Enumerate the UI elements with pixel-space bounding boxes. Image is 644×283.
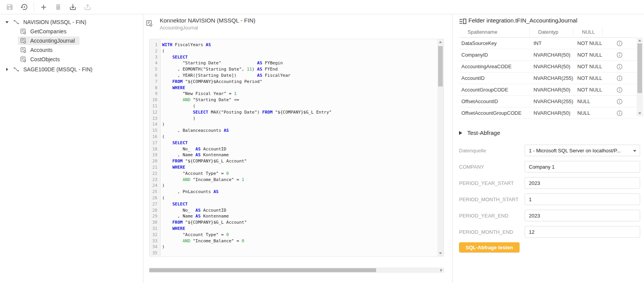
code-line[interactable]: 2 ( <box>150 48 437 54</box>
field-datatype: NVARCHAR(50) <box>530 64 573 69</box>
tree-item-navision-mssql-fin-[interactable]: NAVISION (MSSQL - FIN) <box>0 17 143 27</box>
scroll-up-icon[interactable] <box>638 40 641 41</box>
code-line[interactable]: 21 WHERE <box>150 164 437 171</box>
tree-item-costobjects[interactable]: CostObjects <box>0 55 143 64</box>
scroll-down-icon[interactable] <box>638 112 641 114</box>
form-field-input[interactable] <box>525 226 640 238</box>
code-line[interactable]: 12 SELECT MAX("Posting Date") FROM "${CO… <box>150 109 437 116</box>
line-content: FROM "${COMPANY}$G_L Account" <box>160 219 247 226</box>
info-icon[interactable] <box>616 110 623 116</box>
code-line[interactable]: 6 , YEAR([Starting Date]) AS FiscalYear <box>150 72 437 79</box>
code-line[interactable]: 24 ) <box>150 183 437 189</box>
table-row: CompanyID NVARCHAR(50) NOT NULL <box>459 49 636 61</box>
code-line[interactable]: 4 "Starting Date" AS FYBegin <box>150 60 437 66</box>
fields-table-scrollbar[interactable] <box>637 38 643 116</box>
history-icon[interactable] <box>17 1 32 13</box>
line-number: 26 <box>150 195 160 201</box>
code-line[interactable]: 34 ) <box>150 244 437 250</box>
line-content: SELECT <box>160 201 188 207</box>
info-icon[interactable] <box>616 64 623 70</box>
code-line[interactable]: 26 ( <box>150 195 437 201</box>
code-line[interactable]: 22 "Account Type" = 0 <box>150 171 437 177</box>
download-icon[interactable] <box>66 1 80 13</box>
form-field-input[interactable] <box>525 177 640 189</box>
code-line[interactable]: 8 WHERE <box>150 85 437 91</box>
field-datatype: NVARCHAR(50) <box>530 87 573 93</box>
add-icon[interactable] <box>36 1 51 13</box>
info-icon[interactable] <box>616 75 623 81</box>
line-number: 2 <box>150 48 160 54</box>
delete-icon[interactable] <box>51 1 66 13</box>
line-content: ( <box>160 103 195 109</box>
tree-item-getcompanies[interactable]: GetCompanies <box>0 27 143 36</box>
code-line[interactable]: 1 WITH FiscalYears AS <box>150 42 437 48</box>
save-icon[interactable] <box>2 1 17 13</box>
code-line[interactable]: 14 ) <box>150 121 437 128</box>
test-query-section-toggle[interactable]: Test-Abfrage <box>459 129 500 136</box>
scroll-up-icon[interactable] <box>439 41 442 43</box>
code-line[interactable]: 35 <box>150 250 437 256</box>
field-nullability: NOT NULL <box>573 75 603 81</box>
code-line[interactable]: 27 SELECT <box>150 201 437 207</box>
scroll-right-icon[interactable] <box>440 269 442 272</box>
info-icon[interactable] <box>616 40 623 47</box>
code-line[interactable]: 25 , PnLaccounts AS <box>150 189 437 195</box>
upload-icon[interactable] <box>80 1 95 13</box>
line-content: , PnLaccounts AS <box>160 189 219 195</box>
code-line[interactable]: 32 "Account Type" = 0 <box>150 232 437 238</box>
code-line[interactable]: 10 AND "Starting Date" <= <box>150 97 437 103</box>
field-name: AccountID <box>459 75 530 81</box>
test-sql-query-button[interactable]: SQL-Abfrage testen <box>459 242 520 252</box>
fields-table: Spaltenname Datentyp NULL DataSourceKey … <box>459 26 643 119</box>
code-line[interactable]: 33 AND "Income_Balance" = 0 <box>150 238 437 244</box>
fields-panel: Felder integration.tFIN_AccountingJourna… <box>452 15 644 283</box>
caret-right-icon[interactable] <box>3 68 11 71</box>
line-content: ( <box>160 134 165 140</box>
tree-item-accountingjournal[interactable]: AccountingJournal <box>0 36 143 45</box>
code-line[interactable]: 13 ) <box>150 116 437 122</box>
form-field-input[interactable] <box>525 161 640 173</box>
line-content: "Account Type" = 0 <box>160 171 229 177</box>
code-line[interactable]: 19 , Name AS Kontenname <box>150 152 437 158</box>
code-line[interactable]: 29 , Name AS Kontenname <box>150 213 437 219</box>
form-field-input[interactable] <box>525 193 640 205</box>
scroll-down-icon[interactable] <box>439 252 442 254</box>
form-field-select[interactable]: 1 - Microsoft SQL Server on localhost/P.… <box>525 145 640 156</box>
sql-editor[interactable]: 1 WITH FiscalYears AS 2 ( 3 SELECT 4 "St… <box>149 39 444 257</box>
form-field-label: PERIOD_MONTH_START <box>459 197 525 202</box>
column-header: NULL <box>573 26 603 37</box>
line-number: 8 <box>150 85 160 91</box>
code-line[interactable]: 20 FROM "${COMPANY}$G_L Account" <box>150 158 437 164</box>
code-line[interactable]: 16 ( <box>150 134 437 140</box>
info-icon[interactable] <box>616 52 623 58</box>
caret-down-icon[interactable] <box>3 21 11 23</box>
code-line[interactable]: 17 SELECT <box>150 140 437 146</box>
code-line[interactable]: 31 WHERE <box>150 226 437 232</box>
code-line[interactable]: 5 , EOMONTH("Starting Date", 11) AS FYEn… <box>150 66 437 72</box>
form-field-input[interactable] <box>525 210 640 221</box>
code-line[interactable]: 9 "New Fiscal Year" = 1 <box>150 91 437 97</box>
sql-code[interactable]: 1 WITH FiscalYears AS 2 ( 3 SELECT 4 "St… <box>150 42 437 256</box>
tree-item-accounts[interactable]: Accounts <box>0 45 143 55</box>
line-content: SELECT MAX("Posting Date") FROM "${COMPA… <box>160 109 331 116</box>
editor-horizontal-scrollbar[interactable] <box>149 267 444 273</box>
line-number: 6 <box>150 72 160 79</box>
scrollbar-thumb[interactable] <box>637 43 642 93</box>
line-number: 32 <box>150 232 160 238</box>
editor-vertical-scrollbar[interactable] <box>437 39 444 256</box>
column-header: Spaltenname <box>459 26 530 37</box>
code-line[interactable]: 15 , Balanceaccounts AS <box>150 128 437 134</box>
code-line[interactable]: 28 No_ AS AccountID <box>150 207 437 214</box>
code-line[interactable]: 18 No_ AS AccountID <box>150 146 437 152</box>
code-line[interactable]: 11 ( <box>150 103 437 109</box>
code-line[interactable]: 23 AND "Income_Balance" = 1 <box>150 177 437 183</box>
scrollbar-thumb[interactable] <box>438 46 443 86</box>
scrollbar-thumb[interactable] <box>149 268 376 272</box>
code-line[interactable]: 30 FROM "${COMPANY}$G_L Account" <box>150 219 437 226</box>
info-icon[interactable] <box>616 87 623 93</box>
tree-item-sage100de-mssql-fin-[interactable]: SAGE100DE (MSSQL - FIN) <box>0 65 143 74</box>
info-icon[interactable] <box>616 98 623 105</box>
code-line[interactable]: 7 FROM "${COMPANY}$Accounting Period" <box>150 79 437 85</box>
field-name: AccountGroupCODE <box>459 87 530 93</box>
code-line[interactable]: 3 SELECT <box>150 54 437 60</box>
